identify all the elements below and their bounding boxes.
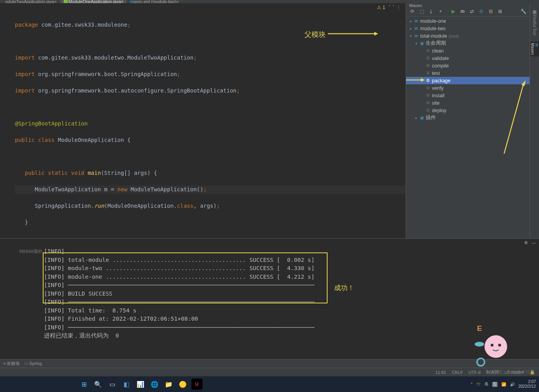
tab-database[interactable]: 数据库 xyxy=(532,5,537,9)
execute-maven-icon[interactable]: m xyxy=(459,8,466,15)
explorer-icon[interactable]: 📁 xyxy=(163,379,174,390)
watermark: @稀土掘金技术社区 xyxy=(493,369,535,376)
start-icon[interactable]: ⊞ xyxy=(78,379,89,390)
editor-tabs: oduleTwoApplication.java × 🟢 ModuleOneAp… xyxy=(0,0,539,3)
deps-tab[interactable]: ≡ 依赖项 xyxy=(3,361,20,367)
windows-taskbar: ⊞ 🔍 ▭ ◧ 📊 🌐 📁 🟡 IJ ˄ 🛡 英 S 📶 🔊 2:07 2022… xyxy=(0,376,539,392)
skip-tests-icon[interactable]: ⊘ xyxy=(477,8,485,15)
annotation-success: 成功！ xyxy=(334,284,354,292)
code-editor[interactable]: ⚠ 1 ˄ ˅ ⋮ package com.gitee.swsk33.modul… xyxy=(0,3,406,238)
task-view-icon[interactable]: ▭ xyxy=(107,379,118,390)
app-icon-1[interactable]: 📊 xyxy=(135,379,146,390)
maven-module-one[interactable]: ▸mmodule-one xyxy=(406,17,530,25)
maven-plugins[interactable]: ▸▣插件 xyxy=(406,114,530,122)
clock[interactable]: 2:07 2022/2/12 xyxy=(519,379,536,389)
cursor-position[interactable]: 11:61 xyxy=(435,370,446,375)
ime-indicator[interactable]: S xyxy=(492,382,497,387)
prev-highlight[interactable]: ˄ xyxy=(388,5,391,10)
maven-site[interactable]: ⚙site xyxy=(406,99,530,107)
maven-verify[interactable]: ⚙verify xyxy=(406,84,530,92)
settings-icon[interactable]: 🔧 xyxy=(519,8,527,15)
maven-test[interactable]: ⚙test xyxy=(406,69,530,77)
maven-lifecycle[interactable]: ▾▣生命周期 xyxy=(406,40,530,47)
encoding[interactable]: UTF-8 xyxy=(468,370,481,375)
maven-tree: ▸mmodule-one ▸mmodule-two ▾mtotal-module… xyxy=(406,16,530,238)
toggle-offline-icon[interactable]: ⇄ xyxy=(468,8,476,15)
maven-module-two[interactable]: ▸mmodule-two xyxy=(406,25,530,32)
reload-icon[interactable]: ⟳ xyxy=(408,8,416,15)
ime-lang[interactable]: 英 xyxy=(484,381,488,387)
add-icon[interactable]: + xyxy=(437,8,444,15)
console-panel: ⚙ — 9秒660毫秒 [INFO] [INFO] total-module .… xyxy=(0,238,539,359)
bottom-tool-bar: ≡ 依赖项 ⬭ Spring xyxy=(0,359,539,368)
right-toolbar: 数据库 Restful Tool mMaven xyxy=(530,3,539,238)
line-gutter xyxy=(0,13,15,238)
console-output[interactable]: [INFO] [INFO] total-module .............… xyxy=(44,247,539,359)
maven-deploy[interactable]: ⚙deploy xyxy=(406,107,530,114)
line-separator[interactable]: CRLF xyxy=(452,370,463,375)
intellij-icon[interactable]: IJ xyxy=(191,379,202,390)
edge-icon[interactable]: 🌐 xyxy=(149,379,160,390)
maven-package[interactable]: ⚙package xyxy=(406,77,530,84)
more-icon[interactable]: ⋮ xyxy=(396,5,401,10)
maven-clean[interactable]: ⚙clean xyxy=(406,47,530,54)
collapse-icon[interactable]: ⊟ xyxy=(487,8,495,15)
tab-file-3[interactable]: m pom.xml (module-two) × xyxy=(127,0,182,3)
tab-maven[interactable]: mMaven xyxy=(530,42,539,56)
tab-file-2[interactable]: 🟢 ModuleOneApplication.java × xyxy=(60,0,127,3)
show-deps-icon[interactable]: ⊞ xyxy=(496,8,504,15)
tab-file-1[interactable]: oduleTwoApplication.java × xyxy=(2,0,60,3)
next-highlight[interactable]: ˅ xyxy=(392,5,395,10)
console-time: 9秒660毫秒 xyxy=(0,247,44,359)
search-icon[interactable]: 🔍 xyxy=(93,379,104,390)
chrome-icon[interactable]: 🟡 xyxy=(177,379,188,390)
generate-icon[interactable]: ⬚ xyxy=(418,8,426,15)
download-icon[interactable]: ⭳ xyxy=(427,8,435,15)
console-settings-icon[interactable]: ⚙ xyxy=(524,240,528,245)
volume-icon[interactable]: 🔊 xyxy=(510,382,515,387)
wifi-icon[interactable]: 📶 xyxy=(501,382,506,387)
status-bar: 11:61 CRLF UTF-8 制表符 ⎇ master 🔒 @稀土掘金技术社… xyxy=(0,368,539,376)
widgets-icon[interactable]: ◧ xyxy=(121,379,132,390)
maven-panel: Maven ⟳ ⬚ ⭳ + ▶ m ⇄ ⊘ ⊟ ⊞ 🔧 ▸mmodule-one… xyxy=(406,3,530,238)
code-content[interactable]: package com.gitee.swsk33.moduleone; impo… xyxy=(15,13,406,238)
maven-compile[interactable]: ⚙compile xyxy=(406,62,530,69)
maven-install[interactable]: ⚙install xyxy=(406,92,530,99)
maven-toolbar: ⟳ ⬚ ⭳ + ▶ m ⇄ ⊘ ⊟ ⊞ 🔧 xyxy=(406,6,530,16)
console-minimize-icon[interactable]: — xyxy=(532,240,536,245)
tray-chevron-icon[interactable]: ˄ xyxy=(471,382,473,387)
run-icon[interactable]: ▶ xyxy=(449,8,457,15)
spring-tab[interactable]: ⬭ Spring xyxy=(24,361,42,366)
warning-icon[interactable]: ⚠ 1 xyxy=(377,5,385,10)
tab-restful[interactable]: Restful Tool xyxy=(532,13,537,37)
maven-validate[interactable]: ⚙validate xyxy=(406,54,530,62)
tray-security-icon[interactable]: 🛡 xyxy=(477,382,481,387)
maven-total-module[interactable]: ▾mtotal-module(root) xyxy=(406,32,530,40)
maven-title: Maven xyxy=(406,3,530,6)
